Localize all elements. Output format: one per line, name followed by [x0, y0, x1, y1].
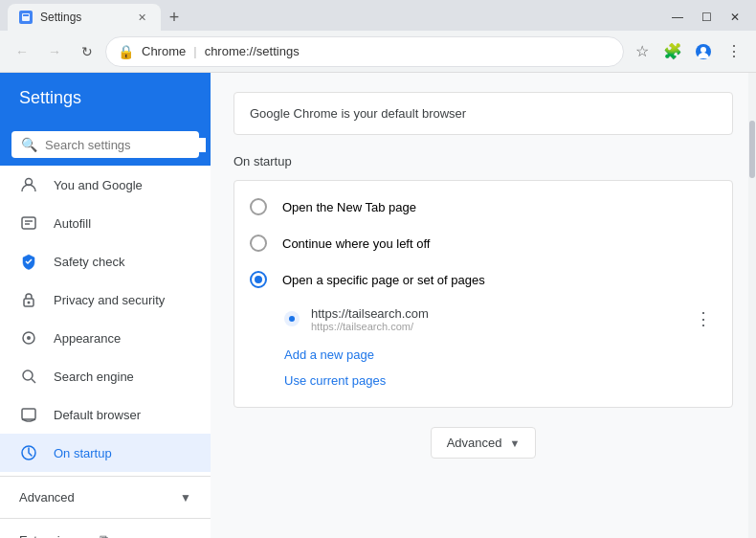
new-tab-button[interactable]: +: [161, 4, 188, 31]
account-button[interactable]: [689, 37, 718, 66]
startup-option-new-tab[interactable]: Open the New Tab page: [234, 189, 732, 225]
default-browser-icon: [19, 405, 38, 424]
radio-continue[interactable]: [250, 235, 267, 252]
autofill-icon: [19, 213, 38, 233]
sidebar-label-you-and-google: You and Google: [54, 178, 143, 192]
startup-label-specific-page: Open a specific page or set of pages: [282, 273, 485, 287]
sidebar-title: Settings: [0, 73, 211, 123]
sidebar-label-appearance: Appearance: [54, 331, 121, 346]
title-bar: Settings ✕ + — ☐ ✕: [0, 0, 756, 31]
sidebar-label-search: Search engine: [54, 370, 134, 384]
url-path: chrome://settings: [205, 44, 300, 58]
svg-point-3: [700, 47, 706, 53]
scrollbar-thumb[interactable]: [749, 121, 755, 178]
tab-close-button[interactable]: ✕: [134, 10, 149, 25]
sidebar-extensions-label: Extensions: [19, 533, 80, 539]
startup-options-card: Open the New Tab page Continue where you…: [233, 180, 733, 408]
sidebar-item-privacy-security[interactable]: Privacy and security: [0, 280, 211, 319]
secure-icon: 🔒: [118, 44, 134, 59]
forward-button[interactable]: →: [40, 37, 69, 66]
shield-icon: [19, 252, 38, 271]
person-icon: [19, 175, 38, 194]
sidebar-advanced-label: Advanced: [19, 490, 75, 504]
window-controls: — ☐ ✕: [664, 8, 748, 31]
svg-point-20: [289, 316, 295, 322]
settings-sidebar: Settings 🔍 You and Google Autofill: [0, 73, 211, 538]
chevron-down-icon: ▼: [180, 491, 191, 504]
url-more-button[interactable]: ⋮: [690, 305, 717, 332]
url-entry: https://tailsearch.com https://tailsearc…: [234, 298, 732, 340]
sidebar-divider-2: [0, 518, 211, 519]
url-scheme: Chrome: [142, 44, 186, 58]
advanced-chevron-icon: ▼: [509, 437, 520, 449]
sidebar-item-on-startup[interactable]: On startup: [0, 434, 211, 472]
menu-button[interactable]: ⋮: [720, 37, 748, 66]
on-startup-title: On startup: [233, 154, 733, 168]
tab-title: Settings: [40, 11, 81, 24]
address-bar[interactable]: 🔒 Chrome | chrome://settings: [105, 36, 624, 67]
sidebar-divider: [0, 476, 211, 477]
startup-option-continue[interactable]: Continue where you left off: [234, 225, 732, 261]
startup-option-specific-page[interactable]: Open a specific page or set of pages: [234, 261, 732, 298]
toolbar-actions: ☆ 🧩 ⋮: [628, 37, 748, 66]
advanced-button[interactable]: Advanced ▼: [431, 427, 537, 459]
sidebar-item-default-browser[interactable]: Default browser: [0, 395, 211, 434]
advanced-label: Advanced: [447, 436, 502, 450]
svg-point-12: [23, 370, 33, 380]
url-main: https://tailsearch.com: [311, 306, 678, 321]
startup-label-new-tab: Open the New Tab page: [282, 200, 416, 214]
default-browser-banner: Google Chrome is your default browser: [233, 92, 733, 135]
startup-label-continue: Continue where you left off: [282, 236, 430, 251]
back-button[interactable]: ←: [8, 37, 36, 66]
radio-specific-page[interactable]: [250, 271, 267, 288]
url-favicon: [284, 311, 300, 326]
search-engine-icon: [19, 367, 38, 386]
sidebar-item-safety-check[interactable]: Safety check: [0, 242, 211, 280]
add-new-page-button[interactable]: Add a new page: [234, 340, 732, 370]
main-settings-panel: Google Chrome is your default browser On…: [211, 73, 756, 538]
appearance-icon: [19, 328, 38, 347]
sidebar-item-advanced[interactable]: Advanced ▼: [0, 481, 211, 514]
external-link-icon: ⧉: [100, 532, 108, 538]
svg-rect-14: [22, 409, 35, 419]
search-icon: 🔍: [21, 137, 37, 152]
sidebar-item-extensions[interactable]: Extensions ⧉: [0, 523, 211, 538]
active-tab[interactable]: Settings ✕: [8, 4, 161, 31]
bookmark-button[interactable]: ☆: [628, 37, 656, 66]
url-sub: https://tailsearch.com/: [311, 321, 678, 332]
sidebar-label-safety-check: Safety check: [54, 255, 124, 269]
url-text-block: https://tailsearch.com https://tailsearc…: [311, 306, 678, 332]
minimize-button[interactable]: —: [664, 8, 691, 27]
svg-rect-1: [23, 14, 29, 16]
extensions-button[interactable]: 🧩: [658, 37, 687, 66]
browser-content: Settings 🔍 You and Google Autofill: [0, 73, 756, 538]
scrollbar-track[interactable]: [748, 73, 756, 538]
radio-new-tab[interactable]: [250, 198, 267, 215]
sidebar-item-search-engine[interactable]: Search engine: [0, 357, 211, 395]
sidebar-label-privacy: Privacy and security: [54, 293, 165, 307]
svg-rect-5: [22, 217, 35, 229]
lock-icon: [19, 290, 38, 309]
url-separator: |: [193, 44, 196, 58]
tab-favicon: [19, 11, 33, 24]
svg-line-13: [32, 379, 35, 383]
sidebar-item-appearance[interactable]: Appearance: [0, 319, 211, 357]
advanced-btn-area: Advanced ▼: [233, 427, 733, 459]
browser-toolbar: ← → ↻ 🔒 Chrome | chrome://settings ☆ 🧩 ⋮: [0, 31, 756, 73]
use-current-pages-button[interactable]: Use current pages: [234, 370, 732, 399]
sidebar-label-autofill: Autofill: [54, 216, 91, 231]
svg-point-11: [27, 336, 31, 340]
search-settings-input[interactable]: [45, 138, 206, 152]
startup-icon: [19, 443, 38, 462]
close-button[interactable]: ✕: [722, 8, 748, 27]
sidebar-label-on-startup: On startup: [54, 446, 112, 460]
svg-point-9: [28, 302, 31, 304]
sidebar-item-you-and-google[interactable]: You and Google: [0, 166, 211, 204]
sidebar-item-autofill[interactable]: Autofill: [0, 204, 211, 242]
default-browser-text: Google Chrome is your default browser: [250, 106, 466, 121]
maximize-button[interactable]: ☐: [693, 8, 720, 27]
reload-button[interactable]: ↻: [73, 37, 101, 66]
sidebar-label-default-browser: Default browser: [54, 408, 141, 422]
